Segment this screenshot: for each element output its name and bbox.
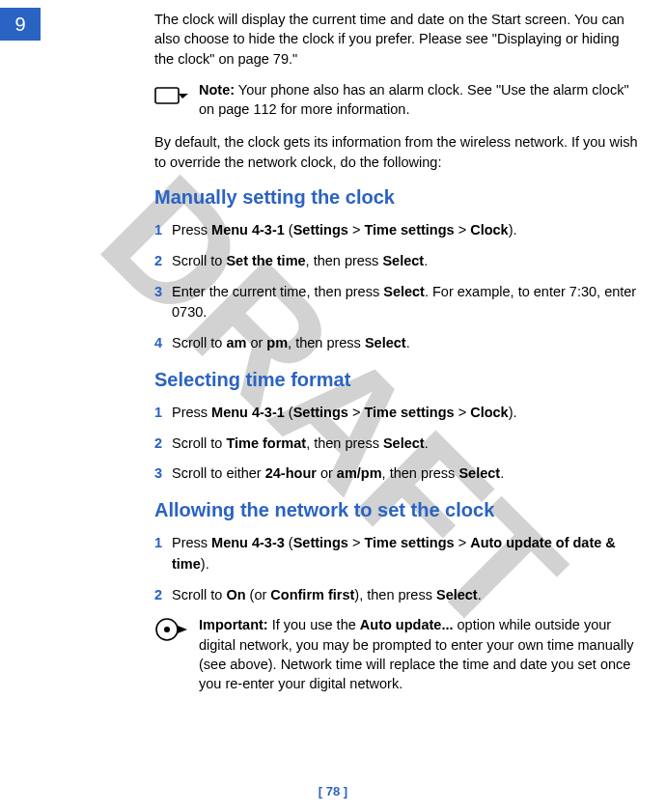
step: 4 Scroll to am or pm, then press Select. <box>154 333 642 354</box>
chapter-tab: 9 <box>0 8 41 41</box>
intro-paragraph: The clock will display the current time … <box>154 10 642 69</box>
page-number: [ 78 ] <box>0 784 666 798</box>
heading-time-format: Selecting time format <box>154 366 642 393</box>
step-number: 2 <box>154 434 172 455</box>
step: 1 Press Menu 4-3-1 (Settings > Time sett… <box>154 403 642 424</box>
step: 2 Scroll to Set the time, then press Sel… <box>154 251 642 272</box>
svg-point-3 <box>164 627 170 632</box>
note-callout: Note: Your phone also has an alarm clock… <box>154 80 642 120</box>
important-callout: Important: If you use the Auto update...… <box>154 615 642 693</box>
step-body: Scroll to am or pm, then press Select. <box>172 333 642 354</box>
important-label: Important: <box>199 617 268 632</box>
step-body: Press Menu 4-3-3 (Settings > Time settin… <box>172 533 642 575</box>
note-label: Note: <box>199 82 235 98</box>
step-number: 1 <box>154 403 172 424</box>
step-body: Scroll to Set the time, then press Selec… <box>172 251 642 272</box>
heading-network-clock: Allowing the network to set the clock <box>154 496 642 523</box>
step-number: 3 <box>154 282 172 324</box>
step: 1 Press Menu 4-3-1 (Settings > Time sett… <box>154 220 642 241</box>
svg-rect-0 <box>155 88 179 103</box>
step: 1 Press Menu 4-3-3 (Settings > Time sett… <box>154 533 642 575</box>
step-number: 3 <box>154 463 172 485</box>
step-number: 1 <box>154 220 172 241</box>
step: 2 Scroll to Time format, then press Sele… <box>154 434 642 455</box>
step: 3 Enter the current time, then press Sel… <box>154 282 642 324</box>
step-body: Scroll to either 24-hour or am/pm, then … <box>172 463 642 485</box>
step-body: Scroll to On (or Confirm first), then pr… <box>172 585 642 606</box>
step-body: Enter the current time, then press Selec… <box>172 282 642 324</box>
step-body: Press Menu 4-3-1 (Settings > Time settin… <box>172 220 642 241</box>
step: 2 Scroll to On (or Confirm first), then … <box>154 585 642 606</box>
svg-marker-1 <box>179 94 188 98</box>
step-number: 1 <box>154 533 172 575</box>
heading-manual-clock: Manually setting the clock <box>154 183 642 210</box>
step-number: 2 <box>154 585 172 606</box>
step-number: 2 <box>154 251 172 272</box>
step-body: Press Menu 4-3-1 (Settings > Time settin… <box>172 403 642 424</box>
note-text: Your phone also has an alarm clock. See … <box>199 82 629 117</box>
note-body: Note: Your phone also has an alarm clock… <box>199 80 642 120</box>
svg-marker-4 <box>178 626 187 633</box>
step-body: Scroll to Time format, then press Select… <box>172 434 642 455</box>
default-paragraph: By default, the clock gets its informati… <box>154 132 642 172</box>
page-content: The clock will display the current time … <box>0 0 666 694</box>
step-number: 4 <box>154 333 172 354</box>
step: 3 Scroll to either 24-hour or am/pm, the… <box>154 463 642 485</box>
important-icon <box>154 617 193 644</box>
important-body: Important: If you use the Auto update...… <box>199 615 642 693</box>
note-icon <box>154 82 193 109</box>
